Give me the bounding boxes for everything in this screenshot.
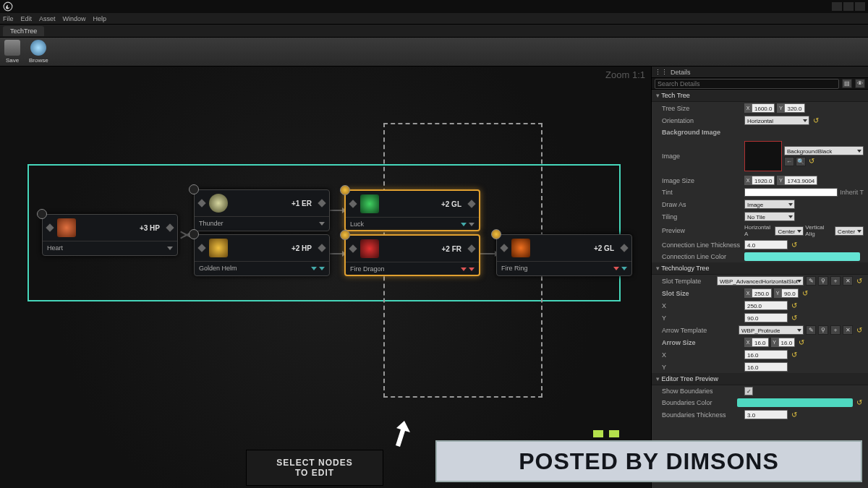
category-editor-tree-preview[interactable]: Editor Tree Preview — [652, 373, 868, 385]
node-fire-dragon[interactable]: +2 FR Fire Dragon — [344, 234, 480, 276]
category-technology-tree[interactable]: Technology Tree — [652, 262, 868, 275]
reset-icon[interactable]: ↺ — [812, 116, 820, 125]
halign-combo[interactable]: Center — [775, 226, 804, 236]
clover-icon — [360, 194, 379, 213]
conn-thickness-field[interactable]: 4.0 — [744, 240, 788, 249]
reset-icon[interactable]: ↺ — [790, 301, 799, 310]
menu-window[interactable]: Window — [63, 15, 86, 22]
node-stat: +2 GL — [441, 200, 461, 208]
reset-icon[interactable]: ↺ — [790, 351, 799, 359]
arrow-x-field[interactable]: 16.0 — [744, 350, 788, 359]
reset-icon[interactable]: ↺ — [801, 289, 809, 298]
image-size-y[interactable]: Y1743.9004 — [777, 176, 817, 185]
label: Slot Size — [662, 290, 741, 297]
tint-swatch[interactable] — [744, 188, 838, 197]
boundaries-color-swatch[interactable] — [737, 398, 853, 407]
input-pin[interactable] — [46, 223, 54, 231]
slot-size-y[interactable]: Y90.0 — [774, 288, 799, 298]
node-luck[interactable]: +2 GL Luck — [344, 189, 480, 231]
wire — [480, 253, 495, 254]
output-pin[interactable] — [318, 244, 326, 252]
slot-template-combo[interactable]: WBP_AdvancedHorizontalSlot — [717, 276, 804, 286]
boundaries-thickness-field[interactable]: 3.0 — [744, 410, 788, 419]
reset-icon[interactable]: ↺ — [807, 157, 816, 166]
add-icon[interactable]: ＋ — [830, 325, 841, 335]
document-tab[interactable]: TechTree — [3, 26, 44, 36]
min-button[interactable] — [832, 2, 842, 11]
label: Image — [662, 153, 741, 160]
node-heart[interactable]: +3 HP Heart — [42, 214, 178, 256]
label: Slot Template — [662, 278, 714, 285]
arrow-y-field[interactable]: 16.0 — [744, 362, 788, 372]
grip-icon: ⋮⋮ — [655, 69, 668, 76]
category-tech-tree[interactable]: Tech Tree — [652, 90, 868, 102]
browse-button[interactable]: Browse — [29, 40, 48, 64]
conn-color-swatch[interactable] — [744, 252, 860, 261]
close-button[interactable] — [855, 2, 865, 11]
arrow-size-y[interactable]: Y16.0 — [771, 338, 796, 347]
add-icon[interactable]: ＋ — [830, 276, 841, 286]
output-pin[interactable] — [166, 223, 174, 231]
graph-canvas[interactable]: Zoom 1:1 +3 HP Heart +1 ER Thunder +2 HP… — [0, 67, 651, 488]
reset-icon[interactable]: ↺ — [790, 241, 799, 249]
output-pin[interactable] — [620, 244, 628, 252]
drawas-combo[interactable]: Image — [744, 200, 795, 209]
close-icon[interactable]: ✕ — [843, 276, 853, 286]
input-pin[interactable] — [197, 244, 205, 252]
edit-icon[interactable]: ✎ — [806, 325, 816, 335]
tree-size-x[interactable]: X1600.0 — [744, 103, 775, 113]
node-golden-helm[interactable]: +2 HP Golden Helm — [194, 234, 330, 276]
show-boundaries-checkbox[interactable]: ✓ — [744, 387, 753, 395]
arrow-template-combo[interactable]: WBP_Protrude — [739, 325, 804, 335]
menu-file[interactable]: File — [3, 15, 14, 22]
eye-icon[interactable]: 👁 — [855, 79, 865, 88]
filter-icon[interactable]: ▤ — [842, 79, 852, 88]
slot-x-field[interactable]: 250.0 — [744, 301, 788, 310]
use-icon[interactable]: ← — [784, 157, 794, 166]
reset-icon[interactable]: ↺ — [797, 338, 806, 347]
edit-icon[interactable]: ✎ — [806, 276, 816, 286]
browse-icon[interactable]: ⚲ — [818, 325, 828, 335]
close-icon[interactable]: ✕ — [843, 325, 853, 335]
unlock-icon — [340, 185, 350, 195]
browse-icon[interactable]: ⚲ — [818, 276, 828, 286]
menu-edit[interactable]: Edit — [21, 15, 33, 22]
search-input[interactable] — [655, 79, 839, 89]
menu-asset[interactable]: Asset — [39, 15, 56, 22]
image-size-x[interactable]: X1920.0 — [744, 176, 775, 185]
node-fire-ring[interactable]: +2 GL Fire Ring — [496, 234, 632, 276]
browse-asset-icon[interactable]: 🔍 — [796, 157, 806, 166]
input-pin[interactable] — [500, 244, 508, 252]
dragon-icon — [360, 239, 379, 258]
image-thumbnail[interactable] — [744, 141, 782, 171]
label: Boundaries Thickness — [662, 411, 741, 419]
orientation-combo[interactable]: Horizontal — [744, 116, 809, 125]
reset-icon[interactable]: ↺ — [855, 326, 864, 335]
reset-icon[interactable]: ↺ — [790, 411, 799, 419]
helm-icon — [209, 239, 228, 257]
max-button[interactable] — [843, 2, 854, 11]
slot-size-x[interactable]: X250.0 — [744, 288, 772, 298]
label: Y — [662, 314, 741, 322]
tree-size-y[interactable]: Y320.0 — [777, 103, 804, 113]
save-button[interactable]: Save — [4, 40, 20, 64]
node-thunder[interactable]: +1 ER Thunder — [194, 189, 330, 231]
node-name: Fire Ring — [501, 265, 528, 272]
menu-help[interactable]: Help — [93, 15, 107, 22]
input-pin[interactable] — [197, 199, 205, 207]
tiling-combo[interactable]: No Tile — [744, 212, 795, 221]
output-pin[interactable] — [467, 200, 475, 207]
reset-icon[interactable]: ↺ — [790, 314, 799, 322]
output-pin[interactable] — [467, 244, 475, 252]
label: X — [662, 351, 741, 359]
label: Y — [662, 364, 741, 371]
valign-combo[interactable]: Center — [835, 226, 864, 236]
input-pin[interactable] — [349, 244, 357, 252]
output-pin[interactable] — [318, 199, 326, 207]
reset-icon[interactable]: ↺ — [855, 277, 864, 286]
image-asset-combo[interactable]: BackgroundBlack — [784, 146, 864, 155]
input-pin[interactable] — [349, 200, 357, 207]
slot-y-field[interactable]: 90.0 — [744, 313, 788, 322]
arrow-size-x[interactable]: X16.0 — [744, 338, 769, 347]
reset-icon[interactable]: ↺ — [855, 398, 864, 407]
